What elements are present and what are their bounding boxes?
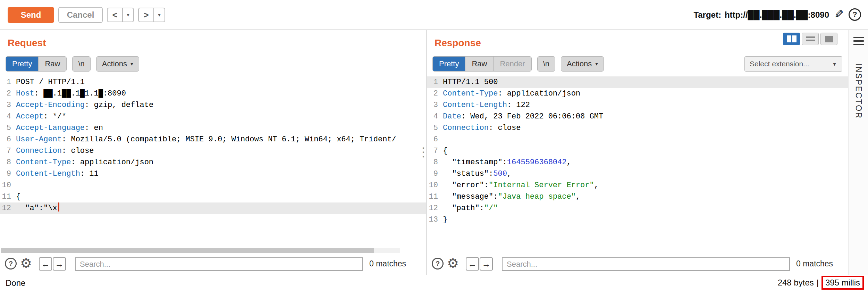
request-newline-toggle[interactable]: \n	[72, 56, 90, 72]
code-line[interactable]: 7Connection: close	[0, 145, 426, 157]
request-panel: Request Pretty Raw \n Actions ▾ 1POST / …	[0, 30, 427, 275]
line-number: 12	[0, 202, 16, 214]
code-line[interactable]: 4Accept: */*	[0, 111, 426, 122]
code-line[interactable]: 12 "a":"\x	[0, 202, 426, 214]
response-view-tabs: Pretty Raw Render	[432, 56, 532, 72]
search-next-button[interactable]: →	[480, 257, 493, 271]
code-line[interactable]: 5Connection: close	[427, 122, 848, 134]
select-extension-dropdown[interactable]: Select extension... ▾	[744, 56, 842, 72]
code-text: Date: Wed, 23 Feb 2022 06:06:08 GMT	[443, 111, 848, 122]
help-icon[interactable]: ?	[849, 8, 861, 21]
code-line[interactable]: 11 "message":"Java heap space",	[427, 191, 848, 202]
tab-request-pretty[interactable]: Pretty	[6, 57, 39, 71]
request-horizontal-scrollbar[interactable]	[1, 248, 400, 253]
code-line[interactable]: 11{	[0, 191, 426, 202]
code-line[interactable]: 8Content-Type: application/json	[0, 157, 426, 168]
target-display: Target: http://██.███.██.██:8090	[693, 0, 829, 30]
tab-response-render[interactable]: Render	[494, 57, 531, 71]
search-help-icon[interactable]: ?	[5, 258, 17, 270]
text-caret	[58, 202, 59, 212]
millis-value: 395 millis	[825, 278, 860, 288]
code-text: Content-Length: 122	[443, 99, 848, 111]
target-value: http://██.███.██.██:8090	[725, 10, 829, 20]
response-search-matches: 0 matches	[796, 259, 833, 268]
cancel-button[interactable]: Cancel	[58, 7, 103, 23]
request-editor[interactable]: 1POST / HTTP/1.12Host: ██.1██.1█1.1█:809…	[0, 76, 426, 214]
back-dropdown-button[interactable]: ▾	[123, 8, 134, 22]
line-number: 3	[0, 99, 16, 111]
code-line[interactable]: 9 "status":500,	[427, 168, 848, 180]
line-number: 11	[427, 191, 443, 202]
view-layout-buttons	[783, 33, 837, 45]
forward-dropdown-button[interactable]: ▾	[154, 8, 165, 22]
line-number: 4	[0, 111, 16, 122]
search-next-button[interactable]: →	[53, 257, 66, 271]
tab-request-raw[interactable]: Raw	[39, 57, 66, 71]
code-line[interactable]: 3Content-Length: 122	[427, 99, 848, 111]
search-help-icon[interactable]: ?	[432, 258, 444, 270]
response-editor[interactable]: 1HTTP/1.1 5002Content-Type: application/…	[427, 76, 848, 225]
layout-single-button[interactable]	[820, 33, 837, 45]
code-line[interactable]: 2Host: ██.1██.1█1.1█:8090	[0, 88, 426, 99]
code-line[interactable]: 1HTTP/1.1 500	[427, 76, 848, 88]
chevron-down-icon: ▾	[127, 12, 129, 18]
request-view-tabs: Pretty Raw	[6, 56, 67, 72]
line-number: 13	[427, 214, 443, 225]
search-prev-button[interactable]: ←	[466, 257, 479, 271]
back-button[interactable]: <	[107, 8, 123, 22]
code-text	[16, 180, 426, 191]
code-text: Content-Type: application/json	[16, 157, 426, 168]
layout-columns-button[interactable]	[783, 33, 800, 45]
search-settings-icon[interactable]: ⚙	[20, 256, 32, 271]
line-number: 2	[427, 88, 443, 99]
metrics-separator: |	[817, 278, 819, 288]
search-settings-icon[interactable]: ⚙	[447, 256, 459, 271]
response-search-input[interactable]	[502, 257, 790, 271]
menu-icon[interactable]	[853, 37, 864, 47]
response-actions-button[interactable]: Actions ▾	[561, 56, 604, 72]
search-prev-button[interactable]: ←	[39, 257, 52, 271]
code-line[interactable]: 2Content-Type: application/json	[427, 88, 848, 99]
code-line[interactable]: 6User-Agent: Mozilla/5.0 (compatible; MS…	[0, 134, 426, 145]
code-line[interactable]: 3Accept-Encoding: gzip, deflate	[0, 99, 426, 111]
response-metrics: 248 bytes | 395 millis	[778, 275, 864, 290]
forward-button[interactable]: >	[138, 8, 154, 22]
code-line[interactable]: 8 "timestamp":1645596368042,	[427, 157, 848, 168]
code-line[interactable]: 1POST / HTTP/1.1	[0, 76, 426, 88]
line-number: 8	[427, 157, 443, 168]
columns-view-icon	[787, 35, 791, 42]
code-text: {	[443, 145, 848, 157]
code-line[interactable]: 12 "path":"/"	[427, 202, 848, 214]
code-line[interactable]: 4Date: Wed, 23 Feb 2022 06:06:08 GMT	[427, 111, 848, 122]
line-number: 11	[0, 191, 16, 202]
code-line[interactable]: 7{	[427, 145, 848, 157]
request-actions-button[interactable]: Actions ▾	[96, 56, 139, 72]
code-text: {	[16, 191, 426, 202]
inspector-label[interactable]: INSPECTOR	[854, 63, 863, 119]
code-line[interactable]: 13}	[427, 214, 848, 225]
response-newline-toggle[interactable]: \n	[537, 56, 555, 72]
request-search-input[interactable]	[75, 257, 363, 271]
code-line[interactable]: 5Accept-Language: en	[0, 122, 426, 134]
code-line[interactable]: 10	[0, 180, 426, 191]
code-text	[443, 134, 848, 145]
line-number: 1	[0, 76, 16, 88]
scrollbar-thumb[interactable]	[1, 248, 374, 253]
actions-label: Actions	[567, 59, 592, 68]
send-button[interactable]: Send	[8, 7, 54, 23]
tab-response-raw[interactable]: Raw	[465, 57, 494, 71]
edit-target-icon[interactable]: ✎	[834, 8, 844, 21]
line-number: 7	[427, 145, 443, 157]
code-text: Content-Type: application/json	[443, 88, 848, 99]
code-text: Connection: close	[16, 145, 426, 157]
code-line[interactable]: 10 "error":"Internal Server Error",	[427, 180, 848, 191]
status-bar: Done 248 bytes | 395 millis	[0, 275, 868, 290]
layout-rows-button[interactable]	[802, 33, 819, 45]
code-line[interactable]: 6	[427, 134, 848, 145]
code-line[interactable]: 9Content-Length: 11	[0, 168, 426, 180]
chevron-down-icon: ▾	[827, 57, 842, 71]
tab-response-pretty[interactable]: Pretty	[433, 57, 465, 71]
line-number: 1	[427, 76, 443, 88]
line-number: 2	[0, 88, 16, 99]
line-number: 12	[427, 202, 443, 214]
